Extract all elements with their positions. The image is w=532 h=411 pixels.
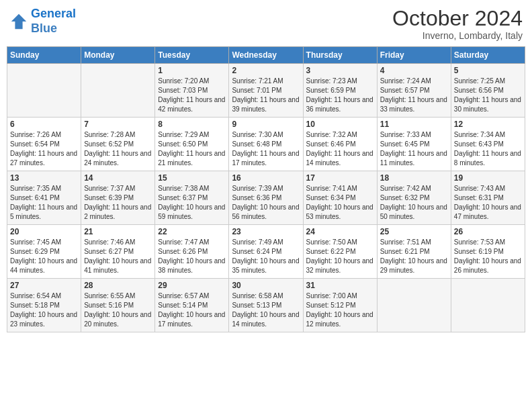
sunset-text: Sunset: 6:59 PM	[306, 86, 374, 95]
day-info: Sunrise: 7:20 AM Sunset: 7:03 PM Dayligh…	[158, 77, 226, 114]
day-number: 1	[158, 66, 226, 75]
day-number: 14	[84, 173, 152, 183]
calendar-week-2: 6 Sunrise: 7:26 AM Sunset: 6:54 PM Dayli…	[7, 118, 525, 171]
daylight-text: Daylight: 10 hours and 53 minutes.	[306, 203, 374, 222]
calendar-cell: 12 Sunrise: 7:34 AM Sunset: 6:43 PM Dayl…	[451, 118, 525, 171]
day-info: Sunrise: 7:34 AM Sunset: 6:43 PM Dayligh…	[454, 130, 522, 168]
day-info: Sunrise: 7:28 AM Sunset: 6:52 PM Dayligh…	[84, 130, 152, 168]
calendar-cell: 9 Sunrise: 7:30 AM Sunset: 6:48 PM Dayli…	[229, 118, 303, 171]
sunrise-text: Sunrise: 7:41 AM	[306, 184, 374, 193]
sunset-text: Sunset: 6:43 PM	[454, 140, 522, 149]
sunset-text: Sunset: 6:32 PM	[380, 193, 448, 203]
day-number: 28	[84, 281, 152, 290]
day-number: 21	[84, 227, 152, 236]
daylight-text: Daylight: 10 hours and 59 minutes.	[158, 203, 226, 222]
day-number: 27	[10, 281, 78, 290]
calendar-cell: 28 Sunrise: 6:55 AM Sunset: 5:16 PM Dayl…	[81, 279, 155, 332]
sunrise-text: Sunrise: 7:00 AM	[306, 291, 374, 301]
sunrise-text: Sunrise: 7:46 AM	[84, 238, 152, 247]
day-info: Sunrise: 7:53 AM Sunset: 6:19 PM Dayligh…	[454, 238, 522, 275]
daylight-text: Daylight: 10 hours and 38 minutes.	[158, 257, 226, 275]
sunset-text: Sunset: 6:24 PM	[232, 247, 300, 257]
day-number: 17	[306, 173, 374, 183]
day-number: 30	[232, 281, 300, 290]
day-number: 11	[380, 120, 448, 129]
daylight-text: Daylight: 10 hours and 47 minutes.	[454, 203, 522, 222]
daylight-text: Daylight: 10 hours and 50 minutes.	[380, 203, 448, 222]
calendar-cell: 4 Sunrise: 7:24 AM Sunset: 6:57 PM Dayli…	[377, 64, 451, 118]
calendar-cell: 24 Sunrise: 7:50 AM Sunset: 6:22 PM Dayl…	[303, 225, 377, 279]
daylight-text: Daylight: 11 hours and 8 minutes.	[454, 149, 522, 168]
calendar-week-1: 1 Sunrise: 7:20 AM Sunset: 7:03 PM Dayli…	[7, 64, 525, 118]
day-number: 3	[306, 66, 374, 75]
daylight-text: Daylight: 11 hours and 36 minutes.	[306, 95, 374, 114]
calendar-cell	[451, 279, 525, 332]
sunset-text: Sunset: 5:18 PM	[10, 301, 78, 310]
day-number: 2	[232, 66, 300, 75]
sunrise-text: Sunrise: 7:32 AM	[306, 130, 374, 140]
day-info: Sunrise: 7:35 AM Sunset: 6:41 PM Dayligh…	[10, 184, 78, 222]
day-info: Sunrise: 7:32 AM Sunset: 6:46 PM Dayligh…	[306, 130, 374, 168]
sunrise-text: Sunrise: 6:57 AM	[158, 291, 226, 301]
day-info: Sunrise: 7:51 AM Sunset: 6:21 PM Dayligh…	[380, 238, 448, 275]
sunrise-text: Sunrise: 7:20 AM	[158, 77, 226, 86]
sunrise-text: Sunrise: 7:21 AM	[232, 77, 300, 86]
day-number: 10	[306, 120, 374, 129]
sunset-text: Sunset: 6:21 PM	[380, 247, 448, 257]
day-info: Sunrise: 7:23 AM Sunset: 6:59 PM Dayligh…	[306, 77, 374, 114]
day-number: 13	[10, 173, 78, 183]
daylight-text: Daylight: 11 hours and 14 minutes.	[306, 149, 374, 168]
day-number: 20	[10, 227, 78, 236]
day-number: 12	[454, 120, 522, 129]
calendar-cell: 6 Sunrise: 7:26 AM Sunset: 6:54 PM Dayli…	[7, 118, 81, 171]
sunset-text: Sunset: 6:27 PM	[84, 247, 152, 257]
day-info: Sunrise: 7:38 AM Sunset: 6:37 PM Dayligh…	[158, 184, 226, 222]
daylight-text: Daylight: 11 hours and 27 minutes.	[10, 149, 78, 168]
sunrise-text: Sunrise: 7:37 AM	[84, 184, 152, 193]
logo-text: General Blue	[31, 7, 76, 36]
sunset-text: Sunset: 6:36 PM	[232, 193, 300, 203]
sunrise-text: Sunrise: 7:39 AM	[232, 184, 300, 193]
day-number: 24	[306, 227, 374, 236]
day-number: 25	[380, 227, 448, 236]
sunrise-text: Sunrise: 7:24 AM	[380, 77, 448, 86]
day-info: Sunrise: 6:55 AM Sunset: 5:16 PM Dayligh…	[84, 291, 152, 329]
daylight-text: Daylight: 10 hours and 41 minutes.	[84, 257, 152, 275]
sunrise-text: Sunrise: 7:29 AM	[158, 130, 226, 140]
daylight-text: Daylight: 10 hours and 26 minutes.	[454, 257, 522, 275]
calendar-table: SundayMondayTuesdayWednesdayThursdayFrid…	[7, 46, 525, 332]
title-block: October 2024 Inverno, Lombardy, Italy	[392, 7, 523, 41]
daylight-text: Daylight: 10 hours and 56 minutes.	[232, 203, 300, 222]
logo-icon	[9, 12, 28, 31]
sunset-text: Sunset: 7:01 PM	[232, 86, 300, 95]
sunset-text: Sunset: 5:14 PM	[158, 301, 226, 310]
calendar-cell: 2 Sunrise: 7:21 AM Sunset: 7:01 PM Dayli…	[229, 64, 303, 118]
day-info: Sunrise: 7:37 AM Sunset: 6:39 PM Dayligh…	[84, 184, 152, 222]
calendar-cell: 29 Sunrise: 6:57 AM Sunset: 5:14 PM Dayl…	[155, 279, 229, 332]
page-header: General Blue October 2024 Inverno, Lomba…	[7, 7, 525, 41]
daylight-text: Daylight: 10 hours and 32 minutes.	[306, 257, 374, 275]
sunset-text: Sunset: 5:12 PM	[306, 301, 374, 310]
sunrise-text: Sunrise: 7:47 AM	[158, 238, 226, 247]
calendar-week-3: 13 Sunrise: 7:35 AM Sunset: 6:41 PM Dayl…	[7, 171, 525, 225]
day-info: Sunrise: 7:50 AM Sunset: 6:22 PM Dayligh…	[306, 238, 374, 275]
month-title: October 2024	[392, 7, 523, 30]
day-info: Sunrise: 7:41 AM Sunset: 6:34 PM Dayligh…	[306, 184, 374, 222]
sunset-text: Sunset: 6:52 PM	[84, 140, 152, 149]
calendar-cell	[377, 279, 451, 332]
calendar-cell: 21 Sunrise: 7:46 AM Sunset: 6:27 PM Dayl…	[81, 225, 155, 279]
calendar-cell: 5 Sunrise: 7:25 AM Sunset: 6:56 PM Dayli…	[451, 64, 525, 118]
daylight-text: Daylight: 11 hours and 42 minutes.	[158, 95, 226, 114]
daylight-text: Daylight: 10 hours and 20 minutes.	[84, 310, 152, 329]
sunset-text: Sunset: 6:31 PM	[454, 193, 522, 203]
day-number: 8	[158, 120, 226, 129]
calendar-cell: 31 Sunrise: 7:00 AM Sunset: 5:12 PM Dayl…	[303, 279, 377, 332]
day-number: 18	[380, 173, 448, 183]
calendar-cell: 13 Sunrise: 7:35 AM Sunset: 6:41 PM Dayl…	[7, 171, 81, 225]
sunset-text: Sunset: 6:37 PM	[158, 193, 226, 203]
day-info: Sunrise: 6:54 AM Sunset: 5:18 PM Dayligh…	[10, 291, 78, 329]
sunrise-text: Sunrise: 7:43 AM	[454, 184, 522, 193]
calendar-cell: 18 Sunrise: 7:42 AM Sunset: 6:32 PM Dayl…	[377, 171, 451, 225]
day-header-monday: Monday	[81, 47, 155, 64]
sunset-text: Sunset: 6:29 PM	[10, 247, 78, 257]
